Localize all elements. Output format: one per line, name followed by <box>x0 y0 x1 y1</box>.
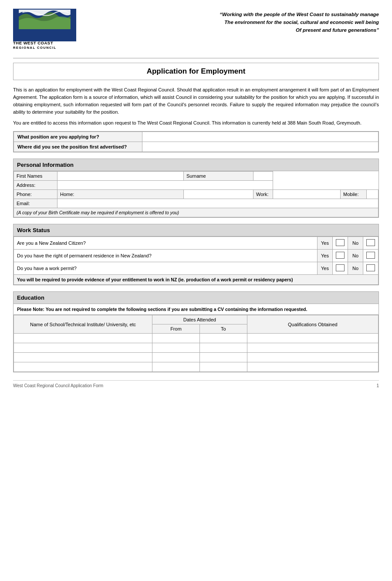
intro-para2: You are entitled to access this informat… <box>13 119 379 127</box>
birth-cert-note-row: (A copy of your Birth Certificate may be… <box>14 208 378 217</box>
work-status-header: Work Status <box>14 224 378 236</box>
edu-row-3-from[interactable] <box>152 362 200 372</box>
edu-header-row-1: Name of School/Technical Institute/ Univ… <box>14 315 378 324</box>
logo-area: THE WEST COAST REGIONAL COUNCIL <box>13 9 81 50</box>
edu-col-qual: Qualifications Obtained <box>247 315 378 334</box>
ws-no-box-1[interactable] <box>363 237 378 250</box>
personal-info-header: Personal Information <box>14 159 378 171</box>
personal-info-section: Personal Information First Names Surname… <box>13 159 379 218</box>
education-section: Education Please Note: You are not requi… <box>13 291 379 372</box>
edu-data-row <box>14 353 378 362</box>
edu-row-0-from[interactable] <box>152 334 200 343</box>
edu-row-1-to[interactable] <box>199 343 247 353</box>
ws-yes-label-1: Yes <box>318 237 333 250</box>
logo-wave-icon <box>15 10 74 29</box>
footer-right: 1 <box>376 383 379 388</box>
edu-row-0-to[interactable] <box>199 334 247 343</box>
form-title-box: Application for Employment <box>13 63 379 80</box>
edu-row-1-from[interactable] <box>152 343 200 353</box>
phone-row: Phone: Home: Work: Mobile: <box>14 190 378 199</box>
edu-data-row <box>14 343 378 353</box>
tagline-line2: The environment for the social, cultural… <box>224 20 379 25</box>
intro-text: This is an application for employment wi… <box>13 86 379 127</box>
ws-no-label-1: No <box>348 237 363 250</box>
work-status-section: Work Status Are you a New Zealand Citize… <box>13 224 379 285</box>
phone-label: Phone: <box>14 190 57 199</box>
ws-yes-box-2[interactable] <box>333 250 348 262</box>
header-divider <box>13 58 379 58</box>
education-note: Please Note: You are not required to com… <box>14 304 378 315</box>
position-row-1: What position are you applying for? <box>14 132 378 142</box>
address-value[interactable] <box>57 181 273 190</box>
surname-value[interactable] <box>253 172 273 181</box>
ws-no-label-2: No <box>348 250 363 262</box>
footer-left: West Coast Regional Council Application … <box>13 383 103 388</box>
edu-row-2-from[interactable] <box>152 353 200 362</box>
logo-text: THE WEST COAST REGIONAL COUNCIL <box>13 41 76 50</box>
birth-cert-note: (A copy of your Birth Certificate may be… <box>14 208 378 217</box>
mobile-value[interactable] <box>367 190 378 199</box>
work-value[interactable] <box>273 190 341 199</box>
address-label: Address: <box>14 181 57 190</box>
edu-row-2-to[interactable] <box>199 353 247 362</box>
edu-row-2-qual[interactable] <box>247 353 378 362</box>
email-value[interactable] <box>57 199 378 208</box>
position-q2-label: Where did you see the position first adv… <box>14 142 142 152</box>
edu-data-row <box>14 362 378 372</box>
ws-yes-box-3[interactable] <box>333 262 348 275</box>
edu-row-2-name[interactable] <box>14 353 152 362</box>
tagline-line1: “Working with the people of the West Coa… <box>220 12 379 17</box>
ws-q1: Are you a New Zealand Citizen? <box>14 237 318 250</box>
home-value[interactable] <box>184 190 253 199</box>
edu-data-row <box>14 334 378 343</box>
email-label: Email: <box>14 199 57 208</box>
tagline: “Working with the people of the West Coa… <box>81 9 379 34</box>
edu-row-1-qual[interactable] <box>247 343 378 353</box>
position-q1-value[interactable] <box>142 132 378 142</box>
first-names-value[interactable] <box>57 172 184 181</box>
edu-col-dates: Dates Attended <box>152 315 247 324</box>
form-title: Application for Employment <box>17 67 375 76</box>
position-row-2: Where did you see the position first adv… <box>14 142 378 152</box>
ws-yes-label-3: Yes <box>318 262 333 275</box>
address-row: Address: <box>14 181 378 190</box>
first-names-label: First Names <box>14 172 57 181</box>
edu-row-0-qual[interactable] <box>247 334 378 343</box>
home-label: Home: <box>57 190 184 199</box>
edu-col-from: From <box>152 324 200 334</box>
education-table: Name of School/Technical Institute/ Univ… <box>14 315 378 372</box>
edu-row-0-name[interactable] <box>14 334 152 343</box>
ws-q3: Do you have a work permit? <box>14 262 318 275</box>
ws-q2: Do you have the right of permanent resid… <box>14 250 318 262</box>
page-footer: West Coast Regional Council Application … <box>13 380 379 388</box>
personal-info-table: First Names Surname Address: Phone: Home… <box>14 171 378 217</box>
edu-row-3-name[interactable] <box>14 362 152 372</box>
position-section: What position are you applying for? Wher… <box>13 131 379 152</box>
edu-col-to: To <box>199 324 247 334</box>
education-header: Education <box>14 292 378 304</box>
ws-no-box-3[interactable] <box>363 262 378 275</box>
work-status-table: Are you a New Zealand Citizen? Yes No Do… <box>14 236 378 285</box>
ws-row-2: Do you have the right of permanent resid… <box>14 250 378 262</box>
edu-col-name: Name of School/Technical Institute/ Univ… <box>14 315 152 334</box>
intro-para1: This is an application for employment wi… <box>13 86 379 116</box>
position-table: What position are you applying for? Wher… <box>14 132 378 152</box>
ws-note-row: You will be required to provide evidence… <box>14 275 378 285</box>
ws-note: You will be required to provide evidence… <box>14 275 378 285</box>
ws-row-3: Do you have a work permit? Yes No <box>14 262 378 275</box>
ws-no-label-3: No <box>348 262 363 275</box>
ws-yes-label-2: Yes <box>318 250 333 262</box>
page-header: THE WEST COAST REGIONAL COUNCIL “Working… <box>13 9 379 50</box>
ws-yes-box-1[interactable] <box>333 237 348 250</box>
edu-row-3-to[interactable] <box>199 362 247 372</box>
position-q1-label: What position are you applying for? <box>14 132 142 142</box>
logo-box: THE WEST COAST REGIONAL COUNCIL <box>13 9 76 50</box>
work-label: Work: <box>253 190 273 199</box>
position-q2-value[interactable] <box>142 142 378 152</box>
ws-row-1: Are you a New Zealand Citizen? Yes No <box>14 237 378 250</box>
tagline-line3: Of present and future generations” <box>296 27 379 33</box>
ws-no-box-2[interactable] <box>363 250 378 262</box>
edu-row-1-name[interactable] <box>14 343 152 353</box>
mobile-label: Mobile: <box>341 190 367 199</box>
edu-row-3-qual[interactable] <box>247 362 378 372</box>
